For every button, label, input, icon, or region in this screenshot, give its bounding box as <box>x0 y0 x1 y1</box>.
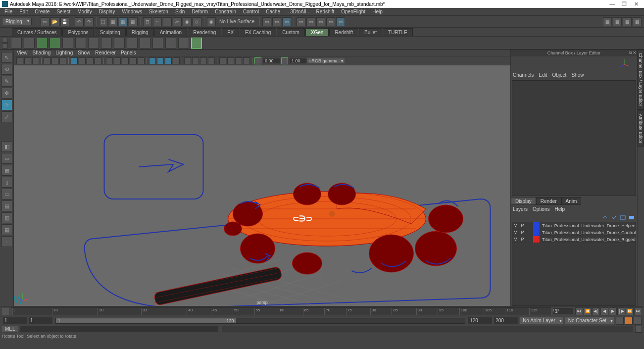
camera-select-icon[interactable] <box>16 57 23 64</box>
bg-color-icon[interactable] <box>243 57 250 64</box>
menu-edit[interactable]: Edit <box>16 8 31 15</box>
select-by-component-button[interactable]: ▦ <box>119 17 128 26</box>
range-track[interactable]: 1 120 <box>55 318 465 324</box>
viewmenu-lighting[interactable]: Lighting <box>55 50 73 55</box>
menu-skin[interactable]: Skin <box>172 8 188 15</box>
step-back-button[interactable]: ◀│ <box>592 307 600 315</box>
xray-joints-icon[interactable] <box>165 57 172 64</box>
shelf-tab-fx[interactable]: FX <box>222 28 239 36</box>
layer-visible-toggle[interactable]: V <box>512 229 519 236</box>
layout-more-button[interactable]: · <box>1 236 12 247</box>
shelf-edit-icon[interactable] <box>2 37 8 49</box>
layer-new-selected-icon[interactable] <box>628 214 635 221</box>
new-scene-button[interactable]: ▭ <box>41 17 50 26</box>
layer-menu-help[interactable]: Help <box>554 206 565 212</box>
maximize-button[interactable]: ❐ <box>618 1 630 7</box>
shelf-tab-curves[interactable]: Curves / Surfaces <box>12 28 62 36</box>
layer-color-swatch[interactable] <box>533 236 540 243</box>
menu-3dtoall[interactable]: - 3DtoAll - <box>284 8 312 15</box>
exposure-icon[interactable] <box>219 57 226 64</box>
layer-playback-toggle[interactable]: P <box>519 222 526 229</box>
snap-curve-button[interactable]: 〰 <box>153 17 162 26</box>
layer-menu-options[interactable]: Options <box>533 206 549 212</box>
range-start-outer[interactable]: 1 <box>3 317 27 324</box>
snap-grid-button[interactable]: ⊡ <box>143 17 152 26</box>
xray-icon[interactable] <box>157 57 164 64</box>
step-forward-button[interactable]: │▶ <box>617 307 625 315</box>
shelf-tab-polygons[interactable]: Polygons <box>62 28 94 36</box>
layer-name[interactable]: Titan_Professional_Underwater_Drone_Rigg… <box>540 237 636 242</box>
make-live-button[interactable]: ◉ <box>207 17 216 26</box>
script-editor-button[interactable] <box>635 326 642 333</box>
exposure-field[interactable]: 0.00 <box>263 58 280 63</box>
2d-pan-icon[interactable] <box>44 57 50 64</box>
rotate-tool-button[interactable]: ⟳ <box>1 100 12 110</box>
paint-select-tool-button[interactable]: ✎ <box>1 76 12 87</box>
film-gate-icon[interactable] <box>79 57 86 64</box>
range-thumb[interactable]: 1 120 <box>56 318 236 323</box>
anim-prefs-button[interactable] <box>634 317 642 325</box>
viewmenu-panels[interactable]: Panels <box>121 50 136 55</box>
play-forward-button[interactable]: ▶ <box>609 307 617 315</box>
layout-script-button[interactable]: ▦ <box>1 224 12 235</box>
layout-outliner-button[interactable]: ▤ <box>1 200 12 211</box>
gamma-field[interactable]: 1.00 <box>290 58 306 63</box>
gate-mask-icon[interactable] <box>95 57 101 64</box>
layer-visible-toggle[interactable]: V <box>512 222 519 229</box>
viewmenu-view[interactable]: View <box>17 50 28 55</box>
render-frame-button[interactable]: ▭ <box>297 17 305 26</box>
step-back-key-button[interactable]: ⏪ <box>584 307 592 315</box>
motion-blur-icon[interactable] <box>192 57 199 64</box>
layer-name[interactable]: Titan_Professional_Underwater_Drone_Help… <box>540 223 636 228</box>
layer-tab-render[interactable]: Render <box>536 197 561 205</box>
menu-display[interactable]: Display <box>96 8 119 15</box>
undo-button[interactable]: ↶ <box>75 17 84 26</box>
menu-create[interactable]: Create <box>31 8 53 15</box>
menu-cache[interactable]: Cache <box>262 8 284 15</box>
layer-visible-toggle[interactable]: V <box>512 236 519 243</box>
shelf-tab-custom[interactable]: Custom <box>277 28 304 36</box>
range-end-inner[interactable]: 120 <box>468 317 492 324</box>
shadows-icon[interactable] <box>138 57 145 64</box>
play-back-button[interactable]: ◀ <box>600 307 608 315</box>
layer-row-1[interactable]: V P Titan_Professional_Underwater_Drone_… <box>512 229 636 236</box>
gamma-btn-icon[interactable] <box>281 57 288 64</box>
snap-plane-button[interactable]: ▱ <box>173 17 182 26</box>
cb-menu-show[interactable]: Show <box>571 72 584 78</box>
snap-view-button[interactable]: ◇ <box>193 17 201 26</box>
ipr-render-button[interactable]: ▭ <box>306 17 315 26</box>
shelf-icon-3[interactable] <box>37 38 48 49</box>
shelf-icon-8[interactable] <box>101 38 112 49</box>
shelf-tab-turtle[interactable]: TURTLE <box>383 28 413 36</box>
panellayout-button-4[interactable]: ▦ <box>633 17 642 26</box>
history-toggle-button[interactable]: ▭ <box>272 17 281 26</box>
layer-displaytype[interactable] <box>526 229 533 236</box>
menu-help[interactable]: Help <box>369 8 386 15</box>
command-input[interactable] <box>20 326 218 332</box>
layout-two-h-button[interactable]: ▭ <box>1 189 12 199</box>
ao-icon[interactable] <box>184 57 191 64</box>
shelf-icon-7[interactable] <box>88 38 99 49</box>
range-start-inner[interactable]: 1 <box>29 317 52 324</box>
layer-row-0[interactable]: V P Titan_Professional_Underwater_Drone_… <box>512 222 636 229</box>
shelf-icon-2[interactable] <box>24 38 35 49</box>
layer-displaytype[interactable] <box>526 236 533 243</box>
shelf-tab-animation[interactable]: Animation <box>154 28 187 36</box>
shelf-tab-rigging[interactable]: Rigging <box>126 28 154 36</box>
shelf-tab-sculpting[interactable]: Sculpting <box>95 28 126 36</box>
step-forward-key-button[interactable]: ⏩ <box>626 307 634 315</box>
layer-tab-anim[interactable]: Anim <box>561 197 582 205</box>
layer-new-empty-icon[interactable] <box>619 214 626 221</box>
layer-color-swatch[interactable] <box>533 229 540 236</box>
shelf-icon-5[interactable] <box>62 38 73 49</box>
construction-history-button[interactable]: ▭ <box>262 17 271 26</box>
shelf-icon-15[interactable] <box>191 38 202 49</box>
shelf-icon-9[interactable] <box>114 38 125 49</box>
menu-windows[interactable]: Windows <box>118 8 146 15</box>
layer-menu-layers[interactable]: Layers <box>513 206 528 212</box>
shelf-tab-rendering[interactable]: Rendering <box>188 28 221 36</box>
go-to-end-button[interactable]: ⏭ <box>634 307 642 315</box>
layer-move-up-icon[interactable] <box>601 214 608 221</box>
menu-constrain[interactable]: Constrain <box>211 8 240 15</box>
viewcube-icon[interactable] <box>618 58 630 70</box>
